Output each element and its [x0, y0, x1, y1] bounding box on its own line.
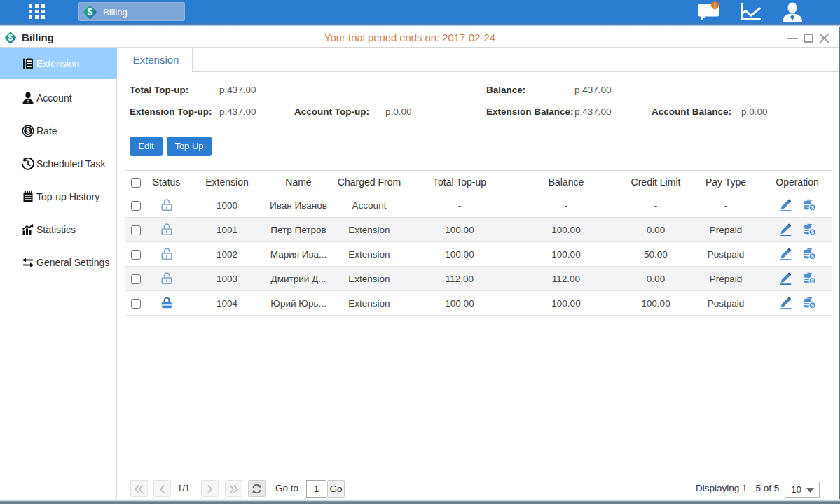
- svg-text:$: $: [811, 204, 814, 211]
- svg-text:$: $: [811, 253, 814, 260]
- svg-text:$: $: [811, 278, 814, 284]
- svg-text:$: $: [811, 229, 814, 235]
- svg-text:$: $: [8, 33, 13, 43]
- svg-text:$: $: [88, 6, 93, 18]
- svg-text:$: $: [811, 302, 814, 309]
- svg-text:$: $: [26, 126, 30, 134]
- svg-text:!: !: [714, 2, 716, 9]
